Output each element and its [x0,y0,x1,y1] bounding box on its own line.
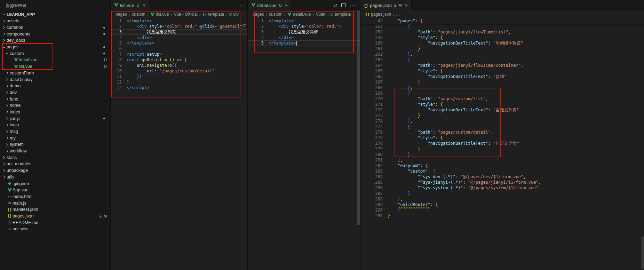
code-line-1[interactable]: 1<template> [111,18,247,24]
breadcrumb-item-custom[interactable]: custom [132,12,145,17]
code-line-260[interactable]: 260 "navigationBarTitleText": "时间组件验证" [360,40,644,46]
code-line-291[interactable]: 291} [360,213,644,219]
breadcrumb-item-pages[interactable]: pages [253,12,264,17]
code-line-284[interactable]: 284 "^sys-dev-(.*)": "@/pages/dev/$1/for… [360,174,644,180]
tree-item-uni.scss[interactable]: Suni.scss [0,226,110,232]
code-line-266[interactable]: 266 "navigationBarTitleText": "新增" [360,74,644,79]
breadcrumb-item-template[interactable]: template [331,12,351,17]
tree-item-main.js[interactable]: JSmain.js [0,200,110,206]
code-line-3[interactable]: 3 我是自定义列表 [111,29,247,35]
breadcrumb-item-...[interactable]: ... [396,12,399,17]
close-icon[interactable] [284,2,289,8]
tree-item-func[interactable]: func [0,96,110,102]
tree-item-.gitignore[interactable]: .gitignore [0,180,110,187]
code-line-285[interactable]: 285 "^sys-jianyi-(.*)": "@/pages/jianyi/… [360,180,644,185]
code-area-list-vue[interactable]: 1<template>2 <div style="color: red;" @c… [111,18,247,90]
code-line-282[interactable]: 282 "easycom": { [360,163,644,168]
code-line-12[interactable]: 12} [111,79,247,85]
tree-item-jianyi[interactable]: jianyi [0,115,110,122]
code-area-detail-vue[interactable]: 1<template>2 <div style="color: red;">3 … [248,18,360,46]
tree-item-dev_docs[interactable]: dev_docs [0,37,110,44]
tree-root-item[interactable]: LEARUN_APP [0,11,110,18]
close-icon[interactable] [403,2,409,8]
tab-detail-vue[interactable]: detail.vue U [248,0,292,10]
code-line-10[interactable]: 10 url: '/pages/custom/detail' [111,68,247,74]
tree-item-static[interactable]: static [0,154,110,161]
code-line-42[interactable]: 42 "pages": [ [360,18,644,24]
tree-item-dataDisplay[interactable]: dataDisplay [0,76,110,83]
split-editor-icon[interactable] [341,3,346,7]
code-line-9[interactable]: 9 uni.navigateTo({ [111,63,247,68]
code-line-289[interactable]: 289 "uniIdRouter": { [360,202,644,207]
tab-pages-json[interactable]: {} pages.json 2, M [360,0,412,10]
code-line-273[interactable]: 273 } [360,113,644,118]
tree-item-list.vue[interactable]: list.vueU [0,63,110,70]
tree-item-pages.json[interactable]: {}pages.json2, M [0,213,110,220]
tree-item-README.md[interactable]: iREADME.md [0,219,110,226]
code-line-11[interactable]: 11 }) [111,74,247,79]
code-line-279[interactable]: 279 } [360,146,644,152]
code-line-2[interactable]: 2 <div style="color: red;"> [248,24,360,29]
tree-item-uni_modules[interactable]: uni_modules [0,161,110,167]
code-line-13[interactable]: 13</script> [111,85,247,90]
code-line-288[interactable]: 288 }, [360,196,644,202]
code-line-268[interactable]: 268 }, [360,85,644,90]
code-line-274[interactable]: 274 }, [360,118,644,124]
explorer-more-actions-icon[interactable] [99,3,105,8]
tab-list-vue[interactable]: list.vue U [111,0,149,10]
breadcrumb-item-pages.json[interactable]: {}pages.json [365,12,391,17]
code-line-280[interactable]: 280 } [360,152,644,157]
tree-item-App.vue[interactable]: App.vue [0,187,110,193]
tree-item-login[interactable]: login [0,122,110,128]
breadcrumb-item-div[interactable]: div [229,12,239,17]
code-line-276[interactable]: 276 "path": "pages/custom/detail", [360,129,644,135]
code-line-278[interactable]: 278 "navigationBarTitleText": "自定义详情" [360,141,644,146]
code-line-257[interactable]: 257 { [360,24,644,29]
more-actions-icon[interactable] [350,2,356,8]
tree-item-detail.vue[interactable]: detail.vueU [0,57,110,63]
code-line-277[interactable]: 277 "style": { [360,135,644,141]
code-line-270[interactable]: 270 "path": "pages/custom/list", [360,96,644,102]
tree-item-common[interactable]: common [0,24,110,31]
tree-item-msg[interactable]: msg [0,128,110,135]
code-line-1[interactable]: 1<template> [248,18,360,24]
code-line-287[interactable]: 287 } [360,191,644,196]
tree-item-customForm[interactable]: customForm [0,70,110,77]
breadcrumb-item-Vue - Official[interactable]: Vue - Official [174,12,198,17]
code-line-5[interactable]: 5</template> [248,40,360,46]
tree-item-system[interactable]: system [0,141,110,148]
code-line-5[interactable]: 5</template> [111,40,247,46]
code-line-3[interactable]: 3 我是自定义详情 [248,29,360,35]
tree-item-home[interactable]: home [0,102,110,109]
close-icon[interactable] [141,2,147,8]
code-area-pages-json[interactable]: 42 "pages": [257 {258 "path": "pages/jia… [360,18,644,219]
code-line-265[interactable]: 265 "style": { [360,68,644,74]
code-line-272[interactable]: 272 "navigationBarTitleText": "自定义列表" [360,107,644,113]
breadcrumb-item-Vuter[interactable]: Vuter [316,12,326,17]
tree-item-pages[interactable]: pages [0,44,110,50]
code-line-283[interactable]: 283 "custom": { [360,168,644,174]
code-line-259[interactable]: 259 "style": { [360,35,644,40]
code-line-281[interactable]: 281 ], [360,157,644,163]
code-line-269[interactable]: 269 { [360,90,644,96]
code-line-275[interactable]: 275 { [360,124,644,129]
tree-item-manifest.json[interactable]: {}manifest.json [0,206,110,213]
tree-item-workflow[interactable]: workflow [0,148,110,154]
tree-item-my[interactable]: my [0,135,110,141]
code-line-2[interactable]: 2 <div style="color: red;" @click="goDet… [111,24,247,29]
tree-item-custom[interactable]: custom [0,50,110,57]
scrollbar-thumb[interactable] [641,237,644,269]
code-line-264[interactable]: 264 "path": "pages/jianyi/flowTime/conta… [360,63,644,68]
code-line-7[interactable]: 7<script setup> [111,51,247,57]
tree-item-dev[interactable]: dev [0,89,110,96]
code-line-290[interactable]: 290 } [360,207,644,213]
code-line-261[interactable]: 261 } [360,46,644,51]
tree-item-index[interactable]: index [0,109,110,116]
breadcrumb-item-detail.vue[interactable]: detail.vue [287,12,311,17]
code-line-271[interactable]: 271 "style": { [360,102,644,107]
breadcrumb-item-template[interactable]: {}template [202,12,224,17]
code-line-263[interactable]: 263 { [360,57,644,63]
breadcrumb-item-list.vue[interactable]: list.vue [150,12,169,17]
code-line-258[interactable]: 258 "path": "pages/jianyi/flowTime/list"… [360,29,644,35]
open-changes-icon[interactable] [333,3,337,8]
